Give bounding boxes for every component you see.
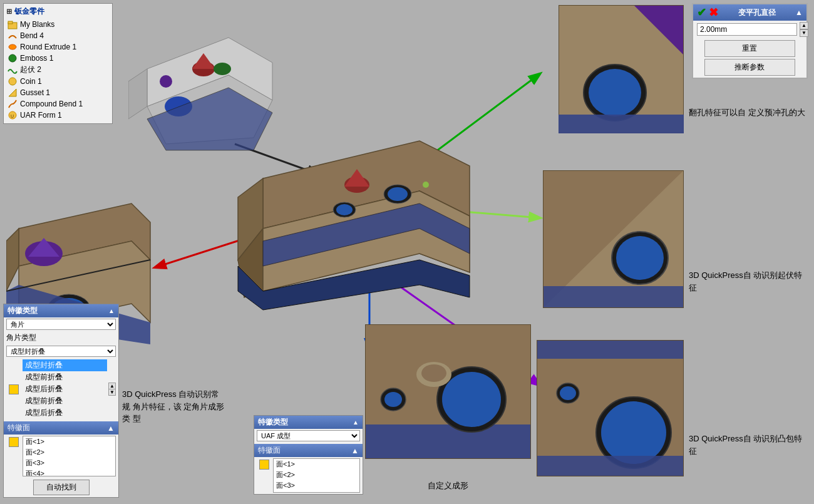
diameter-input-row: ▲ ▼ xyxy=(693,21,806,38)
model-rightmid-svg xyxy=(543,170,684,308)
uaf-icon: U xyxy=(8,110,18,120)
svg-point-2 xyxy=(9,44,16,49)
svg-rect-51 xyxy=(543,286,684,308)
center-face-item[interactable]: 面<1> xyxy=(274,459,359,470)
svg-point-26 xyxy=(388,187,408,201)
tree-item-label: Compound Bend 1 xyxy=(20,100,83,108)
corner-type-select[interactable]: 成型封折叠 成型前折叠 成型后折叠 xyxy=(6,346,116,357)
center-face-item[interactable]: 面<2> xyxy=(274,470,359,480)
scroll-up[interactable]: ▲ xyxy=(109,383,115,389)
model-rightbot xyxy=(537,340,684,476)
svg-rect-46 xyxy=(559,115,684,133)
svg-marker-9 xyxy=(128,69,147,119)
auto-find-button[interactable]: 自动找到 xyxy=(33,480,90,495)
cancel-button[interactable]: ✖ xyxy=(709,6,718,19)
feature-type-select-left[interactable]: 角片 xyxy=(6,319,116,330)
ok-button[interactable]: ✔ xyxy=(697,6,706,19)
svg-point-29 xyxy=(423,182,429,188)
feature-panel-center-header: 特徽类型 ▲ xyxy=(254,416,363,429)
diameter-collapse[interactable]: ▲ xyxy=(795,8,803,17)
spinner-up[interactable]: ▲ xyxy=(800,22,808,29)
svg-text:U: U xyxy=(11,114,14,118)
tree-item-label: 起伏 2 xyxy=(20,64,41,75)
custom-form-text: 自定义成形 xyxy=(428,481,468,490)
center-face-item[interactable]: 面<3> xyxy=(274,480,359,491)
svg-point-70 xyxy=(384,392,402,407)
feature-panel-left-row3: 成型封折叠 成型前折叠 成型后折叠 xyxy=(4,344,118,358)
model-centerbot-svg xyxy=(365,324,531,459)
svg-point-15 xyxy=(160,75,172,88)
section2-collapse[interactable]: ▲ xyxy=(107,424,115,433)
svg-marker-32 xyxy=(6,229,19,291)
feature-panel-center-section2: 特徽面 ▲ xyxy=(254,444,363,457)
compound-icon xyxy=(8,99,18,109)
svg-point-56 xyxy=(601,401,666,464)
face-listbox-item[interactable]: 面<2> xyxy=(23,447,115,458)
feature-panel-center-title: 特徽类型 xyxy=(258,417,288,428)
spinner-down[interactable]: ▼ xyxy=(800,29,808,37)
tree-item-uaf-form1[interactable]: U UAR Form 1 xyxy=(6,110,110,121)
center-section2-collapse[interactable]: ▲ xyxy=(351,446,359,455)
bend-icon xyxy=(8,31,18,41)
tree-item-compound-bend1[interactable]: Compound Bend 1 xyxy=(6,98,110,110)
model-main-svg xyxy=(232,116,482,316)
corner-text: 3D QuickPress 自动识别常规 角片特征，该 定角片成形类 型 xyxy=(122,389,224,423)
model-topright-svg xyxy=(559,5,684,133)
listbox-item[interactable]: 成型后折叠 xyxy=(23,407,107,419)
tree-item-label: UAR Form 1 xyxy=(20,111,62,120)
listbox-item[interactable]: 成型后折叠 xyxy=(23,383,107,395)
scroll-down[interactable]: ▼ xyxy=(109,389,115,395)
tree-title-label: 钣金零件 xyxy=(14,6,44,17)
diameter-panel-header: ✔ ✖ 变平孔直径 ▲ xyxy=(693,4,806,21)
estimate-button[interactable]: 推断参数 xyxy=(704,59,795,76)
svg-rect-58 xyxy=(537,456,684,476)
face-listbox-item[interactable]: 面<3> xyxy=(23,458,115,468)
tree-item-label: Round Extrude 1 xyxy=(20,43,76,51)
feature-panel-center-row1: UAF 成型 xyxy=(254,429,363,443)
diameter-input[interactable] xyxy=(697,23,797,36)
tree-item-label: Gusset 1 xyxy=(20,88,50,97)
listbox-item[interactable]: 成型前折叠 xyxy=(23,395,107,407)
tree-item-label: Emboss 1 xyxy=(20,54,53,63)
svg-rect-57 xyxy=(537,340,684,359)
svg-point-66 xyxy=(442,372,501,427)
tree-item-label: My Blanks xyxy=(20,20,54,29)
feature-panel-center-section2-title: 特徽面 xyxy=(258,445,281,456)
feature-panel-left-title: 特徽类型 xyxy=(8,306,38,316)
listbox-item[interactable]: 成型前折叠 xyxy=(23,371,107,383)
feature-type-select-center[interactable]: UAF 成型 xyxy=(257,430,360,441)
model-rightmid xyxy=(543,170,684,308)
diameter-panel: ✔ ✖ 变平孔直径 ▲ ▲ ▼ 重置 推断参数 xyxy=(692,3,808,79)
tree-panel: ⊞ 钣金零件 My Blanks Bend 4 Round Extrude 1 … xyxy=(3,3,113,124)
tree-item-coin1[interactable]: Coin 1 xyxy=(6,76,110,87)
flip-hole-text: 翻孔特征可以自 定义预冲孔的大 xyxy=(689,108,805,117)
tree-item-round-extrude1[interactable]: Round Extrude 1 xyxy=(6,41,110,53)
corner-type-label: 角片类型 xyxy=(6,332,36,343)
folder-icon xyxy=(8,19,18,29)
model-main xyxy=(232,116,482,316)
tree-item-label: Coin 1 xyxy=(20,77,42,86)
svg-point-4 xyxy=(9,78,16,85)
tree-title: ⊞ 钣金零件 xyxy=(6,6,110,17)
model-topright xyxy=(559,5,684,133)
svg-point-50 xyxy=(616,236,664,280)
tree-item-emboss1[interactable]: Emboss 1 xyxy=(6,53,110,64)
tree-item-my-blanks[interactable]: My Blanks xyxy=(6,19,110,30)
svg-point-3 xyxy=(9,54,16,62)
feature-panel-left-collapse[interactable]: ▲ xyxy=(108,307,115,314)
annotation-flip-hole: 翻孔特征可以自 定义预冲孔的大 xyxy=(689,106,808,119)
feature-panel-center-collapse[interactable]: ▲ xyxy=(353,419,359,426)
quickpress-qifu-text: 3D QuickPress自 动识别起伏特征 xyxy=(689,270,802,292)
tree-item-bend4[interactable]: Bend 4 xyxy=(6,30,110,41)
face-listbox-item[interactable]: 面<4> xyxy=(23,468,115,476)
panel-icon xyxy=(9,384,19,394)
feature-panel-left-header: 特徽类型 ▲ xyxy=(4,304,118,317)
feature-panel-center: 特徽类型 ▲ UAF 成型 特徽面 ▲ 面<1> 面<2> 面<3> xyxy=(254,415,363,495)
svg-marker-5 xyxy=(9,89,16,96)
tree-item-gusset1[interactable]: Gusset 1 xyxy=(6,87,110,98)
face-listbox-item[interactable]: 面<1> xyxy=(23,436,115,447)
reset-button[interactable]: 重置 xyxy=(704,40,795,57)
listbox-item-active[interactable]: 成型封折叠 xyxy=(23,359,107,371)
quickpress-bump-text: 3D QuickPress自 动识别凸包特征 xyxy=(689,434,802,456)
tree-item-qifu2[interactable]: 起伏 2 xyxy=(6,64,110,76)
